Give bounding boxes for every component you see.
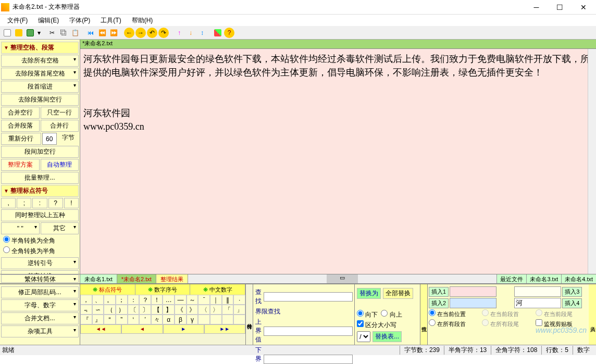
menu-file[interactable]: 文件(F) [2, 15, 33, 26]
maximize-button[interactable]: ☐ [548, 0, 572, 15]
symbol-cell[interactable]: 》 [187, 305, 198, 315]
copy-icon[interactable]: ⿻ [58, 28, 69, 38]
symbol-cell[interactable]: ˉ [198, 295, 210, 305]
tab-file2[interactable]: *未命名2.txt [117, 274, 156, 283]
remove-para-spaces-button[interactable]: 去除段落首尾空格 [1, 68, 79, 80]
radio-down[interactable]: 向下 [357, 310, 378, 319]
radio-up[interactable]: 向上 [381, 310, 402, 319]
editor[interactable]: 河东软件园每日更新最安全的绿色软件下载，本站软件均经过杀毒软件测试后上传。我们致… [80, 49, 596, 274]
symbol-cell[interactable]: ‖ [222, 295, 234, 305]
updown-icon[interactable]: ↕ [197, 28, 207, 38]
paste-icon[interactable]: 📋 [70, 28, 80, 38]
menu-help[interactable]: 帮助(H) [127, 15, 158, 26]
nav1-icon[interactable]: ← [124, 28, 134, 38]
insert4-button[interactable]: 插入4 [562, 298, 582, 308]
minimize-button[interactable]: ─ [525, 0, 548, 15]
insert1-button[interactable]: 插入1 [429, 287, 449, 297]
tab-file3[interactable]: 未命名3.txt [526, 274, 561, 283]
symbol-cell[interactable]: 々 [151, 315, 163, 324]
punct-bang-button[interactable]: ! [64, 198, 79, 208]
help-icon[interactable]: ? [224, 28, 234, 38]
grid-icon[interactable] [213, 28, 223, 38]
symbol-cell[interactable]: 【 [151, 305, 163, 315]
symnav-prev[interactable]: ◄ [121, 324, 163, 334]
punct-colon-button[interactable]: : [32, 198, 47, 208]
reverse-quote-button[interactable]: 逆转引号 [1, 257, 79, 269]
editor-text[interactable]: 河东软件园每日更新最安全的绿色软件下载，本站软件均经过杀毒软件测试后上传。我们致… [83, 52, 593, 133]
insert1-box[interactable] [450, 286, 496, 297]
punct-question-button[interactable]: ? [48, 198, 63, 208]
replace-table-button[interactable]: 替换表... [372, 331, 402, 342]
punct-all-button[interactable]: 同时整理以上五种 [1, 209, 79, 221]
punct-comma-button[interactable]: , [1, 198, 16, 208]
merge-empty-button[interactable]: 合并空行 [1, 107, 40, 119]
open-icon[interactable] [14, 28, 24, 38]
batch-button[interactable]: 批量整理... [1, 172, 79, 184]
remove-empty-lines-button[interactable]: 去除段落间空行 [1, 94, 79, 106]
nav2-icon[interactable]: → [135, 28, 146, 38]
symbol-cell[interactable]: ） [116, 305, 128, 315]
symbol-cell[interactable]: · [233, 295, 245, 305]
punct-semi-button[interactable]: ; [17, 198, 31, 208]
symbol-cell[interactable]: 〈 [198, 305, 210, 315]
symbol-cell[interactable]: 」 [233, 305, 245, 315]
para-indent-button[interactable]: 段首缩进 [1, 81, 79, 93]
nav3-icon[interactable]: ↶ [147, 28, 157, 38]
insert3-box[interactable] [514, 286, 561, 297]
up-icon[interactable]: ↑ [174, 28, 184, 38]
symbol-cell[interactable]: ， [80, 295, 92, 305]
scrollbar-vertical[interactable] [588, 49, 596, 274]
radio-full2half[interactable]: 全角转换为半角 [3, 247, 55, 255]
symbol-cell[interactable]: ‘ [128, 315, 140, 324]
check-clipboard[interactable]: 监视剪贴板 [536, 319, 588, 328]
cut-icon[interactable]: ✂ [47, 28, 57, 38]
symbol-cell[interactable]: “ [104, 315, 116, 324]
symbol-cell[interactable]: — [175, 295, 187, 305]
symbol-cell[interactable]: 〕 [139, 305, 151, 315]
insert2-box[interactable] [450, 298, 496, 308]
only-one-button[interactable]: 只空一行 [41, 107, 79, 119]
new-icon[interactable] [2, 28, 13, 38]
symbol-cell[interactable]: 〔 [128, 305, 140, 315]
symhdr-punct[interactable]: ❋ 标点符号 [80, 284, 135, 295]
radio-pos-current[interactable]: 在当前位置 [429, 309, 481, 318]
upper-input[interactable] [264, 327, 353, 336]
symhdr-cnnum[interactable]: ❋ 中文数字 [190, 284, 245, 295]
symbol-cell[interactable]: 《 [175, 305, 187, 315]
trad2simp-button[interactable]: 繁体转简体 [1, 274, 79, 283]
symbol-cell[interactable]: 。 [104, 295, 116, 305]
save-icon[interactable] [25, 28, 35, 38]
punct-other-button[interactable]: 其它 [41, 222, 79, 234]
misc-tools-button[interactable]: 杂项工具 [1, 325, 79, 337]
symbol-cell[interactable]: ｜ [210, 295, 222, 305]
replace-select[interactable]: / [357, 331, 370, 342]
radio-pos-all-tail[interactable]: 在所有段尾 [482, 319, 534, 328]
symbol-cell[interactable]: … [163, 295, 175, 305]
lower-input[interactable] [264, 355, 353, 364]
radio-pos-para-head[interactable]: 在当前段首 [482, 309, 534, 318]
plan-button[interactable]: 整理方案 [1, 159, 40, 171]
symbol-cell[interactable]: 』 [92, 315, 104, 324]
symbol-cell[interactable]: α [163, 315, 175, 324]
symbol-cell[interactable]: 『 [80, 315, 92, 324]
symbol-cell[interactable]: （ [104, 305, 116, 315]
alpha-num-button[interactable]: 字母、数字 [1, 299, 79, 311]
other-convert-button[interactable]: 其它转换 [1, 270, 79, 274]
symhdr-numseq[interactable]: ❋ 数字序号 [135, 284, 191, 295]
nav4-icon[interactable]: ↷ [158, 28, 169, 38]
insert-tab[interactable]: 插入 [589, 284, 596, 345]
close-button[interactable]: ✕ [572, 0, 595, 15]
find-input[interactable] [264, 292, 353, 302]
save-dropdown-icon[interactable]: ▾ [36, 28, 42, 38]
insert4-input[interactable] [514, 298, 561, 308]
symbol-cell[interactable]: ﹃ [80, 305, 92, 315]
radio-half2full[interactable]: 半角转换为全角 [3, 237, 55, 244]
symbol-cell[interactable] [210, 315, 222, 324]
punct-quote-button[interactable]: " " [1, 222, 40, 234]
symbol-cell[interactable]: ！ [151, 295, 163, 305]
next-icon[interactable]: ⏩ [108, 28, 119, 38]
symbol-cell[interactable]: γ [187, 315, 198, 324]
menu-edit[interactable]: 编辑(E) [33, 15, 64, 26]
symbol-cell[interactable]: ” [116, 315, 128, 324]
symbol-cell[interactable]: 「 [222, 305, 234, 315]
